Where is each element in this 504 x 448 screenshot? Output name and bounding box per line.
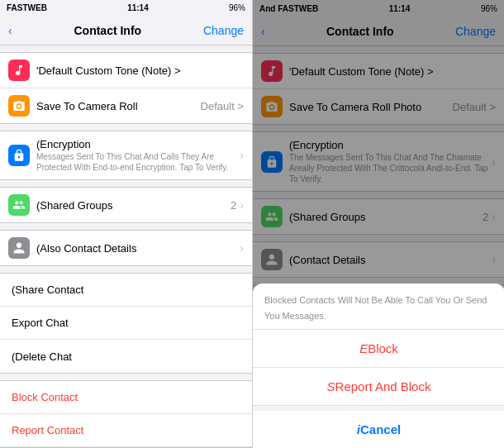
left-group-3: (Shared Groups 2 › [0, 187, 252, 223]
report-block-label: SReport And Block [327, 379, 431, 393]
block-prefix: E [359, 341, 368, 355]
left-export-chat[interactable]: Export Chat [0, 307, 252, 340]
left-report-contact[interactable]: Report Contact [0, 414, 252, 447]
left-row-shared-groups[interactable]: (Shared Groups 2 › [0, 188, 252, 222]
block-label: EBlock [359, 341, 398, 355]
group-icon [8, 194, 30, 216]
camera-icon [8, 95, 30, 117]
block-contact-label: Block Contact [12, 391, 240, 403]
tone-label: 'Default Custom Tone (Note) > [36, 64, 244, 77]
left-group-2: (Encryption Messages Sent To This Chat A… [0, 131, 252, 180]
encryption-subtitle: Messages Sent To This Chat And Calls The… [36, 151, 240, 173]
left-nav-title: Contact Info [74, 24, 141, 37]
left-back-button[interactable]: ‹ [8, 24, 12, 37]
alert-sheet: Blocked Contacts Will Not Be Able To Cal… [253, 284, 504, 448]
encryption-label: (Encryption [36, 138, 240, 150]
left-row-encryption[interactable]: (Encryption Messages Sent To This Chat A… [0, 131, 252, 179]
block-overlay: Blocked Contacts Will Not Be Able To Cal… [253, 0, 504, 448]
left-nav-bar: ‹ Contact Info Change [0, 17, 252, 45]
left-group-4: (Also Contact Details › [0, 230, 252, 266]
export-chat-label: Export Chat [12, 317, 240, 329]
alert-header: Blocked Contacts Will Not Be Able To Cal… [253, 284, 504, 330]
person-icon [8, 237, 30, 259]
left-plain-group: (Share Contact Export Chat (Delete Chat [0, 273, 252, 374]
left-panel: FASTWEB 11:14 96% ‹ Contact Info Change … [0, 0, 252, 448]
shared-groups-count: 2 [231, 199, 236, 212]
left-time: 11:14 [127, 3, 149, 12]
camera-label: Save To Camera Roll [36, 100, 201, 112]
left-battery: 96% [229, 3, 245, 12]
lock-icon [8, 145, 30, 166]
left-group-1: 'Default Custom Tone (Note) > Save To Ca… [0, 52, 252, 124]
camera-default: Default > [201, 100, 244, 112]
encryption-chevron: › [240, 149, 244, 162]
tone-icon [8, 60, 30, 81]
report-block-prefix: S [327, 379, 335, 393]
right-panel: And FASTWEB 11:14 96% ‹ Contact Info Cha… [252, 0, 504, 448]
left-share-contact[interactable]: (Share Contact [0, 274, 252, 307]
left-row-tone[interactable]: 'Default Custom Tone (Note) > [0, 53, 252, 88]
left-action-group: Block Contact Report Contact [0, 380, 252, 448]
share-contact-label: (Share Contact [12, 284, 240, 296]
delete-chat-label: (Delete Chat [12, 350, 240, 363]
report-contact-label: Report Contact [12, 424, 240, 436]
contact-details-label: (Also Contact Details [36, 242, 240, 255]
contact-details-chevron: › [240, 241, 244, 255]
left-block-contact[interactable]: Block Contact [0, 381, 252, 414]
cancel-label: iCancel [357, 422, 401, 436]
block-button[interactable]: EBlock [253, 330, 504, 368]
left-delete-chat[interactable]: (Delete Chat [0, 340, 252, 373]
left-status-bar: FASTWEB 11:14 96% [0, 0, 252, 17]
shared-groups-label: (Shared Groups [36, 199, 231, 212]
left-row-contact-details[interactable]: (Also Contact Details › [0, 231, 252, 265]
left-nav-action[interactable]: Change [203, 24, 244, 37]
left-row-camera[interactable]: Save To Camera Roll Default > [0, 88, 252, 123]
shared-groups-chevron: › [240, 198, 244, 212]
report-and-block-button[interactable]: SReport And Block [253, 368, 504, 406]
left-carrier: FASTWEB [7, 3, 47, 12]
alert-header-text: Blocked Contacts Will Not Be Able To Cal… [264, 295, 487, 320]
cancel-button[interactable]: iCancel [253, 411, 504, 448]
